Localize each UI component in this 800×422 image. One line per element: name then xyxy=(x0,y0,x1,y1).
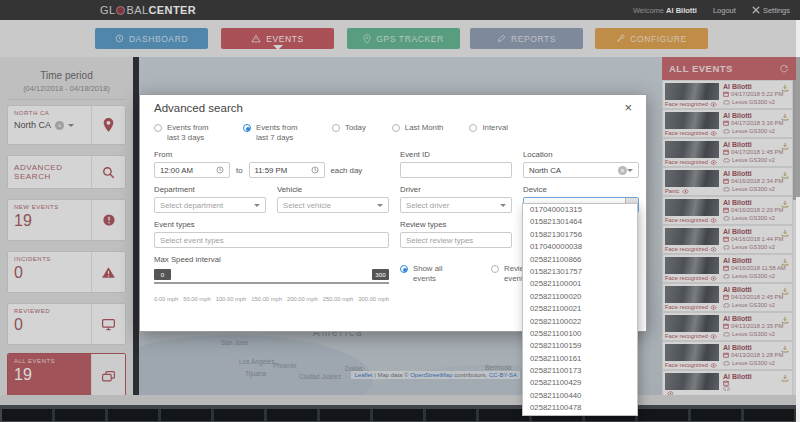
slider-min-handle[interactable]: 0 xyxy=(154,269,171,280)
location-select[interactable]: North CA × xyxy=(523,162,639,178)
each-day-label: each day xyxy=(331,166,363,175)
radio-circle xyxy=(491,265,499,273)
slider-tick: 250.00 mph xyxy=(323,296,354,302)
clock-icon xyxy=(216,166,224,174)
device-option[interactable]: 025821100100 xyxy=(523,328,637,340)
slider-tick: 150.00 mph xyxy=(251,296,282,302)
radio-circle xyxy=(392,124,400,132)
radio-circle xyxy=(154,124,162,132)
device-dropdown: 0170400013150158213014640158213017560170… xyxy=(522,203,638,416)
device-option[interactable]: 025821100866 xyxy=(523,254,637,266)
device-option[interactable]: 025821100173 xyxy=(523,365,637,377)
device-option[interactable]: 025821100429 xyxy=(523,377,637,389)
vehicle-select[interactable]: Select vehicle xyxy=(277,197,389,213)
chevron-down-icon xyxy=(377,204,383,210)
department-select[interactable]: Select department xyxy=(154,197,266,213)
radio-circle-selected xyxy=(400,265,408,273)
event-id-input[interactable] xyxy=(400,162,512,178)
device-option[interactable]: 025821100478 xyxy=(523,402,637,414)
radio-last-3-days[interactable]: Events from last 3 days xyxy=(154,123,217,143)
device-option[interactable]: 025821100021 xyxy=(523,303,637,315)
device-option[interactable]: 025821100161 xyxy=(523,353,637,365)
to-time-input[interactable]: 11:59 PM xyxy=(249,162,325,178)
device-option[interactable]: 025821100022 xyxy=(523,316,637,328)
page-scrollbar[interactable] xyxy=(796,20,800,422)
radio-circle-selected xyxy=(243,124,251,132)
radio-interval[interactable]: Interval xyxy=(469,123,508,143)
chevron-down-icon xyxy=(254,204,260,210)
slider-tick: 300.00 mph xyxy=(358,296,389,302)
modal-header: Advanced search × xyxy=(140,95,646,120)
device-option[interactable]: 015821301756 xyxy=(523,229,637,241)
date-range-radio-group: Events from last 3 days Events from last… xyxy=(154,123,632,143)
slider-tick: 100.00 mph xyxy=(216,296,247,302)
modal-title: Advanced search xyxy=(154,102,243,114)
from-time-input[interactable]: 12:00 AM xyxy=(154,162,230,178)
slider-max-handle[interactable]: 300 xyxy=(372,269,389,280)
driver-select[interactable]: Select driver xyxy=(400,197,512,213)
max-speed-slider: 0 300 xyxy=(154,267,389,291)
close-icon[interactable]: × xyxy=(624,101,632,114)
to-word: to xyxy=(236,166,243,175)
event-id-label: Event ID xyxy=(400,150,512,159)
vehicle-label: Vehicle xyxy=(277,185,389,194)
device-option[interactable]: 025821100440 xyxy=(523,390,637,402)
department-label: Department xyxy=(154,185,266,194)
from-label: From xyxy=(154,150,389,159)
event-types-label: Event types xyxy=(154,220,389,229)
clock-icon xyxy=(311,166,319,174)
slider-tick: 50.00 mph xyxy=(183,296,210,302)
radio-today[interactable]: Today xyxy=(332,123,366,143)
clear-location-icon[interactable]: × xyxy=(618,166,627,175)
app-window: GL BAL CENTER Welcome Al Bilotti Logout … xyxy=(0,0,800,422)
device-option[interactable]: 025821100020 xyxy=(523,291,637,303)
device-option[interactable]: 015821301464 xyxy=(523,216,637,228)
device-option[interactable]: 017040000038 xyxy=(523,241,637,253)
slider-tick: 0.00 mph xyxy=(154,296,178,302)
radio-last-month[interactable]: Last Month xyxy=(392,123,444,143)
device-option[interactable]: 025821100001 xyxy=(523,278,637,290)
scrollbar-thumb[interactable] xyxy=(796,57,800,197)
radio-show-all-events[interactable]: Show all events xyxy=(400,264,463,284)
slider-tick: 200.00 mph xyxy=(287,296,318,302)
radio-circle xyxy=(332,124,340,132)
driver-label: Driver xyxy=(400,185,512,194)
device-option[interactable]: 025821100159 xyxy=(523,340,637,352)
review-types-input[interactable]: Select review types xyxy=(400,232,512,248)
chevron-down-icon xyxy=(500,204,506,210)
radio-circle xyxy=(469,124,477,132)
location-label: Location xyxy=(523,150,639,159)
chevron-down-icon xyxy=(627,169,633,175)
slider-tick-labels: 0.00 mph50.00 mph100.00 mph150.00 mph200… xyxy=(154,296,389,302)
max-speed-label: Max Speed interval xyxy=(154,255,389,264)
review-types-label: Review types xyxy=(400,220,512,229)
radio-last-7-days[interactable]: Events from last 7 days xyxy=(243,123,306,143)
device-option[interactable]: 017040001315 xyxy=(523,204,637,216)
event-types-input[interactable]: Select event types xyxy=(154,232,389,248)
device-option[interactable]: 015821301757 xyxy=(523,266,637,278)
slider-track[interactable] xyxy=(154,282,389,284)
device-label: Device xyxy=(523,185,639,194)
